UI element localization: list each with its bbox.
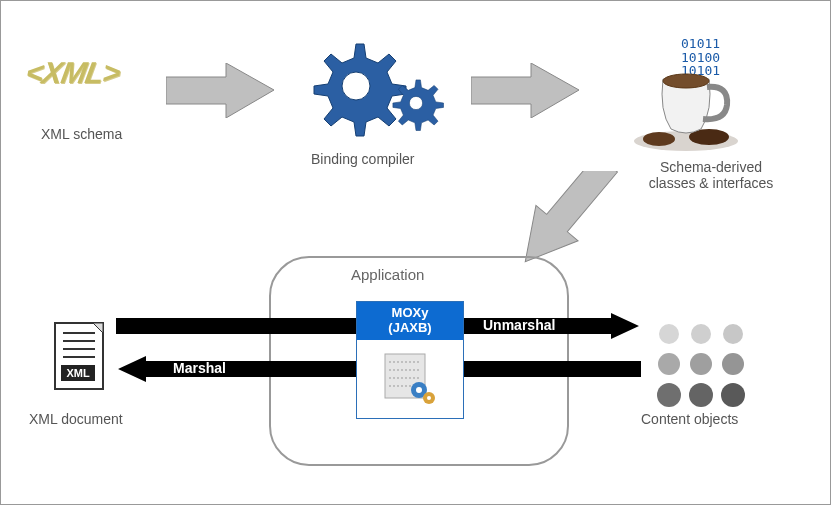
application-label: Application xyxy=(351,266,424,283)
svg-marker-4 xyxy=(471,63,579,118)
svg-point-35 xyxy=(689,383,713,407)
arrow-schema-to-compiler xyxy=(166,63,276,118)
moxy-icon xyxy=(379,348,441,410)
xml-schema-logo: <XML> xyxy=(23,56,122,90)
xml-document-label: XML document xyxy=(29,411,123,427)
moxy-header: MOXy (JAXB) xyxy=(357,302,463,340)
xml-document-icon: XML xyxy=(51,321,111,401)
content-objects-label: Content objects xyxy=(641,411,738,427)
xml-doc-badge-text: XML xyxy=(66,367,90,379)
svg-point-29 xyxy=(691,324,711,344)
marshal-label: Marshal xyxy=(173,360,226,376)
binary-line-1: 01011 xyxy=(681,37,720,51)
xml-schema-label: XML schema xyxy=(41,126,122,142)
binding-compiler-label: Binding compiler xyxy=(311,151,415,167)
derived-label-line2: classes & interfaces xyxy=(649,175,774,191)
moxy-box: MOXy (JAXB) xyxy=(356,301,464,419)
svg-point-32 xyxy=(690,353,712,375)
svg-point-2 xyxy=(342,72,370,100)
svg-point-34 xyxy=(657,383,681,407)
unmarshal-label: Unmarshal xyxy=(483,317,555,333)
svg-point-6 xyxy=(643,132,675,146)
moxy-body xyxy=(357,340,463,418)
svg-point-31 xyxy=(658,353,680,375)
svg-point-33 xyxy=(722,353,744,375)
svg-point-20 xyxy=(427,396,431,400)
svg-point-28 xyxy=(659,324,679,344)
derived-label-line1: Schema-derived xyxy=(660,159,762,175)
moxy-subtitle: (JAXB) xyxy=(388,320,431,335)
content-objects-icon xyxy=(651,319,761,409)
svg-point-8 xyxy=(663,74,709,88)
svg-point-30 xyxy=(723,324,743,344)
svg-point-36 xyxy=(721,383,745,407)
diagram-canvas: <XML> XML schema Binding compiler 01011 … xyxy=(1,1,830,504)
svg-marker-0 xyxy=(166,63,274,118)
coffee-cup-icon xyxy=(631,71,741,156)
arrow-compiler-to-derived xyxy=(471,63,581,118)
svg-point-18 xyxy=(416,387,422,393)
gears-icon xyxy=(301,31,451,151)
derived-classes-label: Schema-derived classes & interfaces xyxy=(631,159,791,191)
moxy-title: MOXy xyxy=(392,305,429,320)
binary-line-2: 10100 xyxy=(681,51,720,65)
svg-point-3 xyxy=(409,96,422,109)
